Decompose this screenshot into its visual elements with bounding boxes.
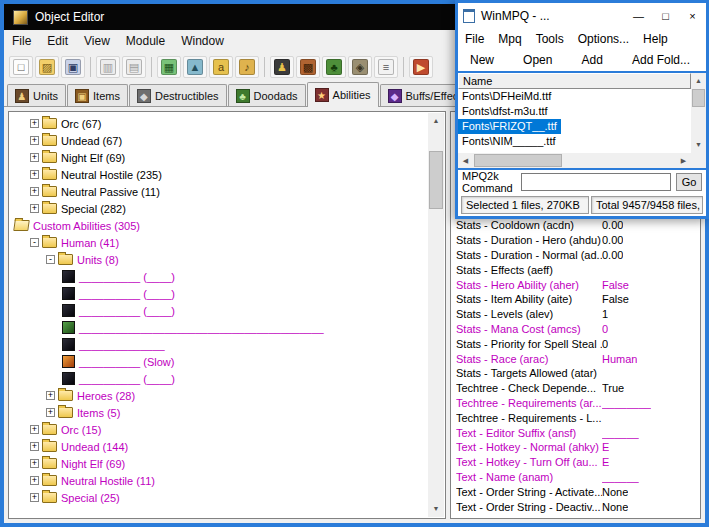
- tree-expander[interactable]: +: [30, 187, 39, 196]
- mpq-add-fold-button[interactable]: Add Fold...: [632, 53, 690, 67]
- tree-row[interactable]: +Special (282): [10, 200, 428, 217]
- tab-destructibles[interactable]: ◆Destructibles: [129, 84, 227, 106]
- mpq-new-button[interactable]: New: [470, 53, 494, 67]
- tree-row[interactable]: -Units (8): [10, 251, 428, 268]
- tree-expander[interactable]: +: [30, 119, 39, 128]
- menu-edit[interactable]: Edit: [39, 32, 76, 50]
- test-button[interactable]: ▶: [409, 56, 433, 78]
- buildings-button[interactable]: ▩: [296, 56, 320, 78]
- scroll-down-icon[interactable]: ▼: [691, 137, 706, 153]
- script-button[interactable]: ≡: [374, 56, 398, 78]
- property-row[interactable]: Text - Order String - Activate...None: [452, 484, 699, 499]
- tree-row[interactable]: Custom Abilities (305): [10, 217, 428, 234]
- menu-module[interactable]: Module: [118, 32, 173, 50]
- property-row[interactable]: Text - Hotkey - Normal (ahky)E: [452, 440, 699, 455]
- text-a-button[interactable]: a: [209, 56, 233, 78]
- tree-row[interactable]: +Undead (67): [10, 132, 428, 149]
- mpq-add-button[interactable]: Add: [582, 53, 603, 67]
- tree-expander[interactable]: -: [46, 255, 55, 264]
- mpq-menu-help[interactable]: Help: [636, 32, 675, 46]
- mpq-menu-options[interactable]: Options...: [571, 32, 636, 46]
- tree-row[interactable]: +Orc (67): [10, 115, 428, 132]
- property-row[interactable]: Stats - Priority for Spell Steal ...0: [452, 336, 699, 351]
- tree-expander[interactable]: -: [30, 238, 39, 247]
- tree-row[interactable]: __________ (____): [10, 268, 428, 285]
- property-row[interactable]: Stats - Effects (aeff): [452, 262, 699, 277]
- property-row[interactable]: Stats - Levels (alev)1: [452, 307, 699, 322]
- mpq-menu-tools[interactable]: Tools: [529, 32, 571, 46]
- tree-row[interactable]: __________ (____): [10, 370, 428, 387]
- property-row[interactable]: Text - Editor Suffix (ansf)______: [452, 425, 699, 440]
- list-column-header-name[interactable]: Name: [458, 73, 691, 89]
- tree-row[interactable]: +Night Elf (69): [10, 149, 428, 166]
- tree-row[interactable]: +Heroes (28): [10, 387, 428, 404]
- property-row[interactable]: Text - Order String - Turn Of...None: [452, 514, 699, 517]
- property-row[interactable]: Stats - Duration - Hero (ahdu)0.00: [452, 233, 699, 248]
- file-row[interactable]: Fonts\FRIZQT__.ttf: [458, 119, 561, 134]
- tree-row[interactable]: __________ (____): [10, 285, 428, 302]
- tree-expander[interactable]: +: [46, 391, 55, 400]
- tree-expander[interactable]: +: [30, 476, 39, 485]
- tree-row[interactable]: __________ (Slow): [10, 353, 428, 370]
- tree-expander[interactable]: +: [30, 136, 39, 145]
- tree-row[interactable]: +Undead (144): [10, 438, 428, 455]
- tree-row[interactable]: +Neutral Hostile (11): [10, 472, 428, 489]
- file-row[interactable]: Fonts\DFHeiMd.ttf: [458, 89, 555, 104]
- tree-expander[interactable]: +: [30, 204, 39, 213]
- property-row[interactable]: Stats - Item Ability (aite)False: [452, 292, 699, 307]
- scroll-up-icon[interactable]: ▲: [691, 73, 706, 89]
- mpq-open-button[interactable]: Open: [523, 53, 552, 67]
- mpq-command-input[interactable]: [521, 173, 671, 191]
- property-row[interactable]: Stats - Duration - Normal (ad...0.00: [452, 248, 699, 263]
- tree-row[interactable]: __________ (____): [10, 302, 428, 319]
- property-row[interactable]: Text - Name (anam)______: [452, 470, 699, 485]
- copy-button[interactable]: ▥: [96, 56, 120, 78]
- mpq-menu-mpq[interactable]: Mpq: [491, 32, 528, 46]
- tree-expander[interactable]: +: [30, 153, 39, 162]
- scroll-up-icon[interactable]: ▲: [428, 113, 444, 129]
- property-row[interactable]: Stats - Cooldown (acdn)0.00: [452, 218, 699, 233]
- tab-abilities[interactable]: ★Abilities: [307, 82, 379, 107]
- tree-row[interactable]: +Items (5): [10, 404, 428, 421]
- list-vertical-scrollbar[interactable]: ▲ ▼: [691, 73, 706, 153]
- winmpq-maximize-button[interactable]: □: [652, 3, 679, 29]
- property-row[interactable]: Stats - Mana Cost (amcs)0: [452, 322, 699, 337]
- scroll-right-icon[interactable]: ▶: [676, 153, 691, 168]
- trees-button[interactable]: ♣: [322, 56, 346, 78]
- save-button[interactable]: ▣: [61, 56, 85, 78]
- menu-file[interactable]: File: [4, 32, 39, 50]
- doodads-button[interactable]: ◈: [348, 56, 372, 78]
- tree-row[interactable]: +Night Elf (69): [10, 455, 428, 472]
- sound-button[interactable]: ♪: [235, 56, 259, 78]
- tree-expander[interactable]: +: [30, 442, 39, 451]
- tree-expander[interactable]: +: [30, 493, 39, 502]
- tree-row[interactable]: +Neutral Passive (11): [10, 183, 428, 200]
- mpq-menu-file[interactable]: File: [458, 32, 491, 46]
- winmpq-minimize-button[interactable]: —: [625, 3, 652, 29]
- tree-scrollbar-thumb[interactable]: [429, 151, 443, 209]
- property-row[interactable]: Text - Hotkey - Turn Off (au...E: [452, 455, 699, 470]
- tree-row[interactable]: ______________: [10, 336, 428, 353]
- tree-row[interactable]: +Orc (15): [10, 421, 428, 438]
- mountain-button[interactable]: ▲: [183, 56, 207, 78]
- tab-items[interactable]: ▣Items: [67, 84, 128, 106]
- tab-units[interactable]: ♟Units: [7, 84, 66, 106]
- property-row[interactable]: Text - Order String - Deactiv...None: [452, 499, 699, 514]
- terrain-button[interactable]: ▦: [157, 56, 181, 78]
- winmpq-close-button[interactable]: ×: [679, 3, 706, 29]
- property-row[interactable]: Stats - Targets Allowed (atar): [452, 366, 699, 381]
- tab-doodads[interactable]: ♣Doodads: [228, 84, 306, 106]
- paste-button[interactable]: ▤: [122, 56, 146, 78]
- list-scrollbar-thumb[interactable]: [692, 89, 705, 107]
- property-row[interactable]: Techtree - Check Depende...True: [452, 381, 699, 396]
- new-button[interactable]: □: [9, 56, 33, 78]
- open-folder-button[interactable]: ▨: [35, 56, 59, 78]
- units-button[interactable]: ♟: [270, 56, 294, 78]
- menu-view[interactable]: View: [76, 32, 118, 50]
- go-button[interactable]: Go: [676, 173, 702, 191]
- file-row[interactable]: Fonts\dfst-m3u.ttf: [458, 104, 552, 119]
- scroll-left-icon[interactable]: ◀: [458, 153, 473, 168]
- tree-expander[interactable]: +: [30, 170, 39, 179]
- file-row[interactable]: Fonts\NIM_____.ttf: [458, 134, 560, 149]
- tree-row[interactable]: +Neutral Hostile (235): [10, 166, 428, 183]
